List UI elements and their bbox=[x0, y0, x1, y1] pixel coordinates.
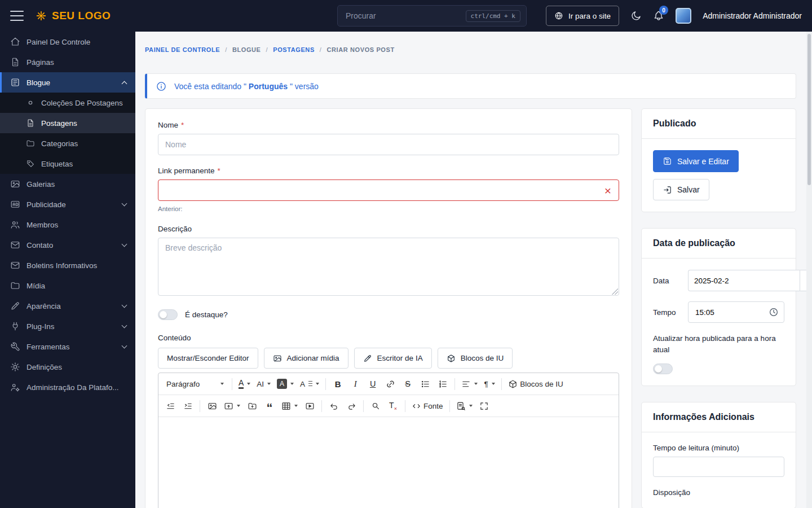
preview-dropdown[interactable] bbox=[453, 397, 475, 414]
moon-icon bbox=[630, 10, 642, 21]
date-input[interactable] bbox=[688, 270, 800, 291]
time-label: Tempo bbox=[653, 308, 688, 317]
read-time-label: Tempo de leitura (minuto) bbox=[653, 444, 784, 452]
alignment-dropdown[interactable] bbox=[458, 375, 480, 392]
font-size-button[interactable]: A bbox=[297, 375, 322, 392]
pencil-icon bbox=[363, 354, 372, 363]
add-media-button[interactable]: Adicionar mídia bbox=[264, 348, 348, 369]
increase-indent-button[interactable] bbox=[179, 397, 196, 414]
user-name[interactable]: Administrador Administrador bbox=[703, 11, 802, 20]
clock-icon bbox=[769, 307, 779, 317]
numbered-list-button[interactable] bbox=[434, 375, 451, 392]
align-icon bbox=[461, 379, 471, 389]
link-button[interactable] bbox=[382, 375, 399, 392]
sidebar-subitem-categories[interactable]: Categorias bbox=[0, 133, 135, 154]
sidebar-item-ads[interactable]: Publicidade bbox=[0, 194, 135, 214]
breadcrumb-item[interactable]: PAINEL DE CONTROLE bbox=[145, 46, 220, 53]
sidebar-item-platform-admin[interactable]: Administração Da Platafo... bbox=[0, 377, 135, 397]
sidebar-item-members[interactable]: Membros bbox=[0, 214, 135, 235]
dark-mode-toggle[interactable] bbox=[630, 10, 642, 21]
italic-button[interactable]: I bbox=[347, 375, 364, 392]
editor-content-area[interactable] bbox=[158, 417, 619, 508]
editor-ui-blocks-button[interactable]: Blocos de IU bbox=[505, 375, 566, 392]
outdent-icon bbox=[166, 401, 175, 411]
sidebar-subitem-post-collections[interactable]: Coleções De Postagens bbox=[0, 93, 135, 113]
menu-toggle-icon[interactable] bbox=[10, 11, 24, 21]
upload-image-dropdown[interactable] bbox=[221, 397, 243, 414]
background-color-button[interactable]: A bbox=[274, 375, 297, 392]
insert-table-dropdown[interactable] bbox=[279, 397, 301, 414]
save-and-edit-button[interactable]: Salvar e Editar bbox=[653, 150, 739, 172]
page-scrollbar bbox=[806, 32, 812, 508]
name-input[interactable] bbox=[158, 134, 619, 155]
media-library-button[interactable] bbox=[244, 397, 261, 414]
font-color-button[interactable]: A bbox=[236, 375, 253, 392]
bulleted-list-button[interactable] bbox=[417, 375, 434, 392]
undo-button[interactable] bbox=[325, 397, 342, 414]
redo-icon bbox=[347, 401, 356, 411]
go-to-site-button[interactable]: Ir para o site bbox=[546, 6, 619, 26]
sidebar-item-plugins[interactable]: Plug-Ins bbox=[0, 316, 135, 336]
plugins-icon bbox=[10, 321, 20, 331]
search-input[interactable] bbox=[346, 11, 466, 20]
ai-commands-button[interactable]: AI bbox=[254, 375, 273, 392]
blockquote-button[interactable]: “ bbox=[261, 397, 278, 414]
main-content: PAINEL DE CONTROLE / BLOGUE / POSTAGENS … bbox=[135, 32, 807, 508]
sidebar-item-pages[interactable]: Páginas bbox=[0, 52, 135, 72]
publish-card: Publicado Salvar e Editar Salvar bbox=[641, 108, 796, 212]
insert-image-button[interactable] bbox=[204, 397, 220, 414]
sidebar-item-dashboard[interactable]: Painel De Controle bbox=[0, 32, 135, 52]
permalink-previous-note: Anterior: bbox=[158, 205, 619, 212]
logo-text: SEU LOGO bbox=[52, 10, 111, 22]
permalink-input[interactable] bbox=[158, 179, 619, 201]
ai-writer-button[interactable]: Escritor de IA bbox=[354, 348, 432, 369]
ui-blocks-button[interactable]: Blocos de IU bbox=[438, 348, 513, 369]
underline-button[interactable]: U bbox=[364, 375, 381, 392]
media-embed-button[interactable] bbox=[301, 397, 318, 414]
code-icon bbox=[412, 401, 421, 411]
bold-icon: B bbox=[335, 379, 341, 389]
chevron-up-icon bbox=[122, 81, 127, 86]
sidebar-item-galleries[interactable]: Galerias bbox=[0, 174, 135, 194]
save-exit-icon bbox=[663, 185, 672, 195]
avatar[interactable] bbox=[676, 8, 691, 24]
strikethrough-button[interactable]: S bbox=[399, 375, 416, 392]
featured-toggle[interactable] bbox=[158, 309, 178, 320]
global-search[interactable]: ctrl/cmd + k bbox=[337, 5, 527, 27]
breadcrumb-item[interactable]: POSTAGENS bbox=[273, 46, 315, 53]
bold-button[interactable]: B bbox=[329, 375, 346, 392]
sidebar-item-tools[interactable]: Ferramentas bbox=[0, 336, 135, 357]
permalink-clear-icon[interactable]: × bbox=[604, 185, 611, 196]
undo-icon bbox=[329, 401, 339, 411]
toggle-editor-button[interactable]: Mostrar/Esconder Editor bbox=[158, 348, 258, 369]
logo[interactable]: SEU LOGO bbox=[35, 10, 111, 22]
bulleted-list-icon bbox=[421, 379, 430, 389]
numbered-list-icon bbox=[438, 379, 448, 389]
redo-button[interactable] bbox=[343, 397, 360, 414]
notifications-button[interactable]: 0 bbox=[653, 10, 664, 21]
media-icon bbox=[10, 281, 20, 291]
fullscreen-button[interactable] bbox=[476, 397, 493, 414]
paragraph-style-dropdown[interactable]: Parágrafo bbox=[162, 375, 228, 392]
save-button[interactable]: Salvar bbox=[653, 179, 709, 200]
sidebar-item-newsletters[interactable]: Boletins Informativos bbox=[0, 255, 135, 275]
sidebar-item-contact[interactable]: Contato bbox=[0, 235, 135, 255]
sidebar-item-settings[interactable]: Definições bbox=[0, 357, 135, 377]
sidebar-item-appearance[interactable]: Aparência bbox=[0, 296, 135, 316]
source-code-button[interactable]: Fonte bbox=[409, 397, 446, 414]
additional-info-title: Informações Adicionais bbox=[642, 402, 796, 432]
find-replace-button[interactable] bbox=[367, 397, 384, 414]
date-label: Data bbox=[653, 277, 688, 285]
description-textarea[interactable] bbox=[158, 238, 619, 296]
remove-format-button[interactable]: T× bbox=[385, 397, 401, 414]
scrollbar-thumb[interactable] bbox=[807, 34, 811, 185]
decrease-indent-button[interactable] bbox=[162, 397, 179, 414]
update-time-toggle[interactable] bbox=[653, 364, 673, 374]
sidebar-subitem-tags[interactable]: Etiquetas bbox=[0, 154, 135, 174]
sidebar-item-blog[interactable]: Blogue bbox=[0, 72, 135, 93]
expand-icon bbox=[479, 401, 489, 411]
sidebar-subitem-posts[interactable]: Postagens bbox=[0, 113, 135, 133]
read-time-input[interactable] bbox=[653, 457, 784, 477]
sidebar-item-media[interactable]: Mídia bbox=[0, 275, 135, 296]
text-direction-dropdown[interactable]: ¶ bbox=[481, 375, 498, 392]
